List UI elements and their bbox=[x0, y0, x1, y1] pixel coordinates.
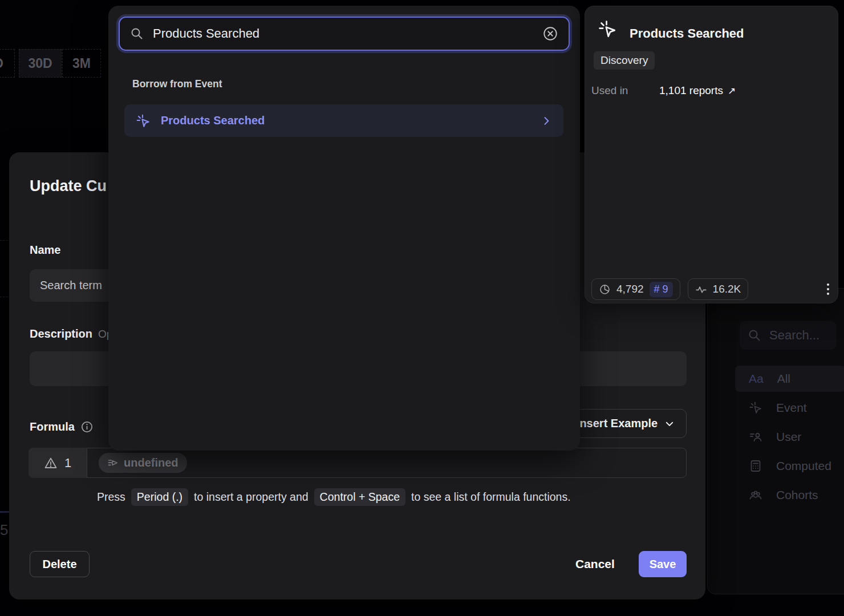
formula-hint: Press Period (.) to insert a property an… bbox=[97, 488, 571, 506]
user-icon bbox=[749, 430, 762, 444]
event-search-dropdown: Borrow from Event Products Searched bbox=[108, 6, 580, 451]
event-result-row[interactable]: Products Searched bbox=[124, 104, 563, 137]
category-badge: Discovery bbox=[594, 51, 655, 70]
sidebar-item-label: Computed bbox=[776, 459, 831, 473]
pie-chart-icon bbox=[599, 283, 611, 295]
chevron-down-icon bbox=[664, 419, 675, 429]
search-icon bbox=[130, 27, 144, 40]
event-count-pill[interactable]: 4,792 # 9 bbox=[591, 278, 680, 300]
info-icon[interactable] bbox=[80, 420, 94, 433]
sidebar-item-label: User bbox=[776, 430, 801, 444]
save-button[interactable]: Save bbox=[639, 551, 687, 577]
event-icon bbox=[136, 114, 151, 128]
sidebar-item-computed[interactable]: Computed bbox=[708, 453, 844, 479]
event-stats-row: 4,792 # 9 16.2K bbox=[591, 278, 833, 300]
external-link-icon: ↗ bbox=[728, 85, 736, 97]
time-range-segment-3m[interactable]: 3M bbox=[62, 49, 101, 78]
event-details-panel: Products Searched Discovery Used in 1,10… bbox=[585, 6, 838, 303]
sidebar-search-field[interactable] bbox=[769, 328, 826, 343]
cancel-button[interactable]: Cancel bbox=[571, 551, 619, 577]
formula-property-chip[interactable]: undefined bbox=[99, 453, 187, 473]
event-result-label: Products Searched bbox=[161, 114, 265, 127]
sidebar-type-list: Aa All Event User Computed bbox=[708, 363, 844, 508]
app-window: D 30D 3M 5 Aa All Event bbox=[0, 0, 844, 616]
event-search-input[interactable] bbox=[119, 17, 570, 51]
chart-axis-label-fragment: 5 bbox=[0, 521, 8, 539]
time-range-segment-30d[interactable]: 30D bbox=[19, 49, 62, 78]
formula-warning-gutter: 1 bbox=[29, 448, 87, 478]
borrow-from-event-header: Borrow from Event bbox=[132, 78, 222, 90]
sidebar-item-label: Cohorts bbox=[776, 488, 818, 502]
property-type-sidebar: Aa All Event User Computed bbox=[707, 288, 844, 594]
formula-label: Formula bbox=[30, 420, 94, 433]
modal-title: Update Cu bbox=[30, 177, 107, 195]
search-icon bbox=[748, 329, 761, 342]
delete-button[interactable]: Delete bbox=[30, 551, 90, 577]
time-range-segment-partial[interactable]: D bbox=[0, 49, 15, 78]
sidebar-search-input[interactable] bbox=[740, 321, 837, 350]
sidebar-item-cohorts[interactable]: Cohorts bbox=[708, 482, 844, 508]
warning-icon bbox=[44, 456, 58, 470]
name-label: Name bbox=[30, 244, 60, 257]
used-in-row: Used in 1,101 reports ↗ bbox=[591, 84, 825, 97]
sidebar-item-event[interactable]: Event bbox=[708, 395, 844, 421]
sidebar-item-label: Event bbox=[776, 401, 807, 415]
cohorts-icon bbox=[749, 488, 762, 502]
time-range-label: 3M bbox=[72, 56, 91, 71]
formula-field[interactable]: undefined bbox=[87, 448, 687, 478]
event-volume-pill[interactable]: 16.2K bbox=[688, 278, 749, 300]
event-search-field[interactable] bbox=[153, 26, 533, 41]
event-rank-badge: # 9 bbox=[650, 282, 673, 297]
event-volume-value: 16.2K bbox=[713, 283, 741, 295]
activity-pulse-icon bbox=[695, 283, 707, 295]
event-icon bbox=[749, 401, 762, 415]
sidebar-item-user[interactable]: User bbox=[708, 424, 844, 450]
sidebar-item-label: All bbox=[777, 372, 790, 386]
sidebar-item-all[interactable]: Aa All bbox=[735, 366, 844, 392]
key-control-space: Control + Space bbox=[314, 488, 405, 506]
chevron-right-icon bbox=[541, 115, 552, 127]
time-range-label: D bbox=[0, 56, 3, 71]
event-count-value: 4,792 bbox=[616, 283, 644, 295]
calculator-icon bbox=[749, 459, 762, 473]
more-options-icon[interactable] bbox=[823, 280, 833, 298]
time-range-label: 30D bbox=[28, 56, 52, 71]
warning-count: 1 bbox=[64, 456, 71, 471]
insert-example-button[interactable]: Insert Example bbox=[565, 409, 687, 438]
event-details-title: Products Searched bbox=[630, 26, 744, 41]
clear-search-icon[interactable] bbox=[542, 26, 558, 42]
event-icon bbox=[598, 19, 617, 39]
event-property-icon bbox=[107, 457, 119, 469]
used-in-label: Used in bbox=[591, 84, 659, 97]
text-type-icon: Aa bbox=[749, 372, 764, 386]
key-period: Period (.) bbox=[131, 488, 188, 506]
used-in-reports-link[interactable]: 1,101 reports ↗ bbox=[659, 84, 736, 97]
